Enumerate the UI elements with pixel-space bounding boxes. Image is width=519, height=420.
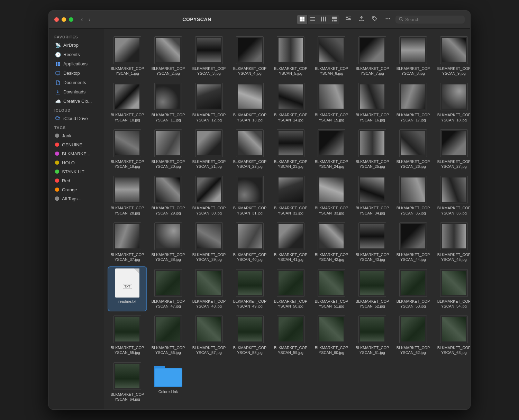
- file-item[interactable]: BLKMARKET_COPYSCAN_58.jpg: [231, 313, 269, 357]
- file-item[interactable]: BLKMARKET_COPYSCAN_33.jpg: [312, 174, 350, 218]
- file-item[interactable]: BLKMARKET_COPYSCAN_52.jpg: [353, 267, 391, 311]
- file-item[interactable]: BLKMARKET_COPYSCAN_32.jpg: [272, 174, 310, 218]
- file-item[interactable]: BLKMARKET_COPYSCAN_30.jpg: [190, 174, 228, 218]
- view-columns-button[interactable]: [318, 15, 329, 24]
- sidebar-section-icloud: iCloud: [49, 106, 104, 114]
- file-item[interactable]: BLKMARKET_COPYSCAN_40.jpg: [231, 220, 269, 264]
- view-list-button[interactable]: [308, 15, 318, 24]
- file-item[interactable]: BLKMARKET_COPYSCAN_27.jpg: [435, 127, 470, 171]
- tag-button[interactable]: [369, 14, 380, 25]
- close-button[interactable]: [54, 17, 59, 22]
- file-item[interactable]: BLKMARKET_COPYSCAN_50.jpg: [272, 267, 310, 311]
- maximize-button[interactable]: [69, 17, 73, 22]
- sidebar-item-tag-blkmarket[interactable]: BLKMARKE...: [51, 149, 102, 158]
- file-item[interactable]: BLKMARKET_COPYSCAN_44.jpg: [394, 220, 432, 264]
- file-item[interactable]: BLKMARKET_COPYSCAN_6.jpg: [312, 34, 350, 78]
- file-item[interactable]: BLKMARKET_COPYSCAN_41.jpg: [272, 220, 310, 264]
- sidebar-item-tag-genuine[interactable]: GENUINE: [51, 140, 102, 149]
- file-item[interactable]: TXTreadme.txt: [108, 267, 146, 311]
- file-name: BLKMARKET_COPYSCAN_37.jpg: [110, 252, 145, 262]
- search-input[interactable]: [405, 17, 461, 22]
- file-item[interactable]: BLKMARKET_COPYSCAN_5.jpg: [272, 34, 310, 78]
- sidebar-item-tag-all-tags[interactable]: All Tags...: [51, 194, 102, 203]
- file-item[interactable]: BLKMARKET_COPYSCAN_43.jpg: [353, 220, 391, 264]
- file-item[interactable]: BLKMARKET_COPYSCAN_39.jpg: [190, 220, 228, 264]
- file-item[interactable]: BLKMARKET_COPYSCAN_62.jpg: [394, 313, 432, 357]
- forward-button[interactable]: ›: [86, 15, 93, 24]
- file-item[interactable]: BLKMARKET_COPYSCAN_28.jpg: [108, 174, 146, 218]
- file-item[interactable]: BLKMARKET_COPYSCAN_48.jpg: [190, 267, 228, 311]
- sidebar-item-tag-red[interactable]: Red: [51, 176, 102, 185]
- file-item[interactable]: BLKMARKET_COPYSCAN_29.jpg: [149, 174, 187, 218]
- file-item[interactable]: BLKMARKET_COPYSCAN_13.jpg: [231, 81, 269, 125]
- file-item[interactable]: BLKMARKET_COPYSCAN_17.jpg: [394, 81, 432, 125]
- file-item[interactable]: BLKMARKET_COPYSCAN_56.jpg: [149, 313, 187, 357]
- file-item[interactable]: BLKMARKET_COPYSCAN_49.jpg: [231, 267, 269, 311]
- file-item[interactable]: Colored Ink: [149, 360, 187, 404]
- view-gallery-button[interactable]: [329, 15, 339, 24]
- file-item[interactable]: BLKMARKET_COPYSCAN_31.jpg: [231, 174, 269, 218]
- file-item[interactable]: BLKMARKET_COPYSCAN_34.jpg: [353, 174, 391, 218]
- file-item[interactable]: BLKMARKET_COPYSCAN_38.jpg: [149, 220, 187, 264]
- file-item[interactable]: BLKMARKET_COPYSCAN_26.jpg: [394, 127, 432, 171]
- file-item[interactable]: BLKMARKET_COPYSCAN_45.jpg: [435, 220, 470, 264]
- file-item[interactable]: BLKMARKET_COPYSCAN_10.jpg: [108, 81, 146, 125]
- file-item[interactable]: BLKMARKET_COPYSCAN_9.jpg: [435, 34, 470, 78]
- file-item[interactable]: BLKMARKET_COPYSCAN_36.jpg: [435, 174, 470, 218]
- file-name: BLKMARKET_COPYSCAN_14.jpg: [273, 112, 308, 122]
- file-item[interactable]: BLKMARKET_COPYSCAN_22.jpg: [231, 127, 269, 171]
- file-item[interactable]: BLKMARKET_COPYSCAN_11.jpg: [149, 81, 187, 125]
- file-item[interactable]: BLKMARKET_COPYSCAN_47.jpg: [149, 267, 187, 311]
- sidebar-item-creative-cloud[interactable]: ☁️ Creative Clo...: [51, 97, 102, 106]
- file-item[interactable]: BLKMARKET_COPYSCAN_25.jpg: [353, 127, 391, 171]
- search-box[interactable]: [395, 16, 465, 24]
- file-item[interactable]: BLKMARKET_COPYSCAN_19.jpg: [108, 127, 146, 171]
- sidebar-item-tag-holo[interactable]: HOLO: [51, 158, 102, 167]
- file-item[interactable]: BLKMARKET_COPYSCAN_35.jpg: [394, 174, 432, 218]
- file-item[interactable]: BLKMARKET_COPYSCAN_4.jpg: [231, 34, 269, 78]
- file-item[interactable]: BLKMARKET_COPYSCAN_59.jpg: [272, 313, 310, 357]
- file-item[interactable]: BLKMARKET_COPYSCAN_54.jpg: [435, 267, 470, 311]
- sidebar-item-desktop[interactable]: Desktop: [51, 69, 102, 78]
- sidebar-item-documents[interactable]: Documents: [51, 78, 102, 87]
- file-item[interactable]: BLKMARKET_COPYSCAN_42.jpg: [312, 220, 350, 264]
- share-button[interactable]: [356, 14, 367, 25]
- file-item[interactable]: BLKMARKET_COPYSCAN_57.jpg: [190, 313, 228, 357]
- file-item[interactable]: BLKMARKET_COPYSCAN_1.jpg: [108, 34, 146, 78]
- view-grid-button[interactable]: [297, 15, 308, 24]
- back-button[interactable]: ‹: [79, 15, 85, 24]
- minimize-button[interactable]: [62, 17, 66, 22]
- file-item[interactable]: BLKMARKET_COPYSCAN_14.jpg: [272, 81, 310, 125]
- file-item[interactable]: BLKMARKET_COPYSCAN_8.jpg: [394, 34, 432, 78]
- file-item[interactable]: BLKMARKET_COPYSCAN_3.jpg: [190, 34, 228, 78]
- file-item[interactable]: BLKMARKET_COPYSCAN_2.jpg: [149, 34, 187, 78]
- file-item[interactable]: BLKMARKET_COPYSCAN_23.jpg: [272, 127, 310, 171]
- sidebar-item-tag-orange[interactable]: Orange: [51, 185, 102, 194]
- file-item[interactable]: BLKMARKET_COPYSCAN_55.jpg: [108, 313, 146, 357]
- file-item[interactable]: BLKMARKET_COPYSCAN_63.jpg: [435, 313, 470, 357]
- file-item[interactable]: BLKMARKET_COPYSCAN_61.jpg: [353, 313, 391, 357]
- sidebar-item-downloads[interactable]: Downloads: [51, 88, 102, 97]
- file-item[interactable]: BLKMARKET_COPYSCAN_16.jpg: [353, 81, 391, 125]
- file-item[interactable]: BLKMARKET_COPYSCAN_18.jpg: [435, 81, 470, 125]
- file-item[interactable]: BLKMARKET_COPYSCAN_51.jpg: [312, 267, 350, 311]
- sidebar-item-label: BLKMARKE...: [62, 151, 90, 156]
- sidebar-item-icloud-drive[interactable]: iCloud Drive: [51, 114, 102, 123]
- file-item[interactable]: BLKMARKET_COPYSCAN_64.jpg: [108, 360, 146, 404]
- more-button[interactable]: [382, 14, 393, 25]
- file-item[interactable]: BLKMARKET_COPYSCAN_24.jpg: [312, 127, 350, 171]
- file-item[interactable]: BLKMARKET_COPYSCAN_20.jpg: [149, 127, 187, 171]
- file-item[interactable]: BLKMARKET_COPYSCAN_12.jpg: [190, 81, 228, 125]
- sidebar-item-applications[interactable]: Applications: [51, 60, 102, 69]
- file-item[interactable]: BLKMARKET_COPYSCAN_37.jpg: [108, 220, 146, 264]
- file-item[interactable]: BLKMARKET_COPYSCAN_60.jpg: [312, 313, 350, 357]
- sidebar-item-airdrop[interactable]: 📡 AirDrop: [51, 41, 102, 50]
- file-item[interactable]: BLKMARKET_COPYSCAN_53.jpg: [394, 267, 432, 311]
- group-button[interactable]: [343, 14, 354, 25]
- sidebar-item-tag-jank[interactable]: Jank: [51, 131, 102, 140]
- file-item[interactable]: BLKMARKET_COPYSCAN_21.jpg: [190, 127, 228, 171]
- sidebar-item-tag-stank-lit[interactable]: STANK LIT: [51, 167, 102, 176]
- sidebar-item-recents[interactable]: 🕐 Recents: [51, 50, 102, 59]
- file-item[interactable]: BLKMARKET_COPYSCAN_15.jpg: [312, 81, 350, 125]
- file-item[interactable]: BLKMARKET_COPYSCAN_7.jpg: [353, 34, 391, 78]
